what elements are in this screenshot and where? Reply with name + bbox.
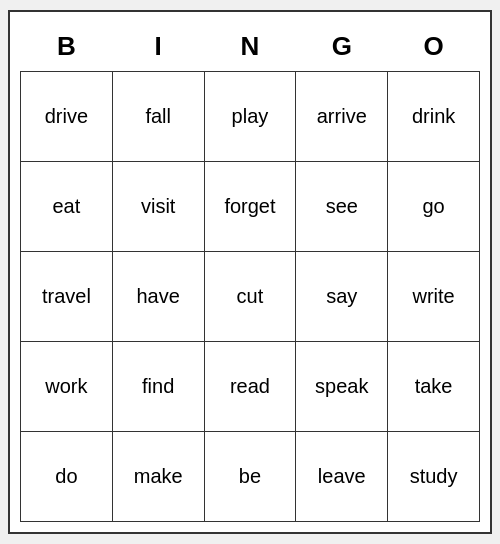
cell-0-0: drive	[21, 72, 113, 162]
cell-0-2: play	[204, 72, 296, 162]
cell-2-2: cut	[204, 252, 296, 342]
cell-1-4: go	[388, 162, 480, 252]
cell-3-2: read	[204, 342, 296, 432]
cell-4-1: make	[112, 432, 204, 522]
header-o: O	[388, 22, 480, 72]
cell-2-0: travel	[21, 252, 113, 342]
cell-1-0: eat	[21, 162, 113, 252]
table-row: domakebeleavestudy	[21, 432, 480, 522]
cell-1-1: visit	[112, 162, 204, 252]
cell-2-3: say	[296, 252, 388, 342]
cell-0-4: drink	[388, 72, 480, 162]
table-row: eatvisitforgetseego	[21, 162, 480, 252]
header-n: N	[204, 22, 296, 72]
cell-2-1: have	[112, 252, 204, 342]
cell-3-0: work	[21, 342, 113, 432]
cell-3-3: speak	[296, 342, 388, 432]
cell-4-4: study	[388, 432, 480, 522]
cell-2-4: write	[388, 252, 480, 342]
cell-3-1: find	[112, 342, 204, 432]
cell-4-2: be	[204, 432, 296, 522]
cell-0-1: fall	[112, 72, 204, 162]
table-row: drivefallplayarrivedrink	[21, 72, 480, 162]
bingo-body: drivefallplayarrivedrinkeatvisitforgetse…	[21, 72, 480, 522]
table-row: travelhavecutsaywrite	[21, 252, 480, 342]
cell-3-4: take	[388, 342, 480, 432]
table-row: workfindreadspeaktake	[21, 342, 480, 432]
bingo-table: B I N G O drivefallplayarrivedrinkeatvis…	[20, 22, 480, 523]
cell-0-3: arrive	[296, 72, 388, 162]
header-g: G	[296, 22, 388, 72]
bingo-card: B I N G O drivefallplayarrivedrinkeatvis…	[8, 10, 492, 535]
cell-1-2: forget	[204, 162, 296, 252]
cell-1-3: see	[296, 162, 388, 252]
header-i: I	[112, 22, 204, 72]
header-b: B	[21, 22, 113, 72]
header-row: B I N G O	[21, 22, 480, 72]
cell-4-3: leave	[296, 432, 388, 522]
cell-4-0: do	[21, 432, 113, 522]
